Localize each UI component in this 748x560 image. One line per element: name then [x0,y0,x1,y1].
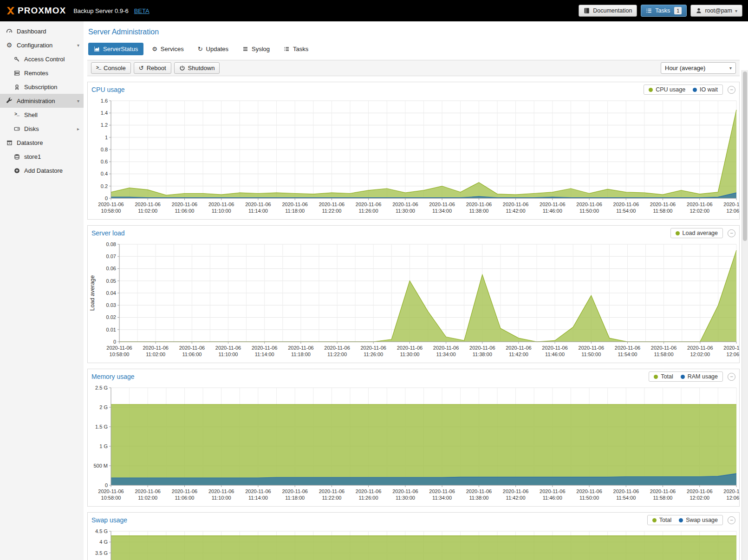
tab-label: Services [161,46,184,52]
reboot-icon: ↺ [139,65,144,72]
svg-text:0.8: 0.8 [101,147,108,152]
tab-label: Tasks [293,46,308,52]
sidebar-item-remotes[interactable]: Remotes [0,66,84,80]
sidebar-item-datastore[interactable]: Datastore [0,136,84,150]
task-list-icon [284,46,290,52]
documentation-button[interactable]: Documentation [579,5,637,17]
book-icon [584,7,590,14]
svg-text:3.5 G: 3.5 G [95,550,108,556]
sidebar-item-label: Dashboard [17,28,46,35]
sidebar-item-dashboard[interactable]: Dashboard [0,24,84,38]
svg-text:11:06:00: 11:06:00 [175,208,194,214]
legend-label: Total [661,373,673,380]
svg-text:12:02:00: 12:02:00 [689,495,709,501]
svg-text:11:02:00: 11:02:00 [138,495,157,501]
sidebar-item-administration[interactable]: Administration ▾ [0,94,84,108]
svg-text:2020-11-06: 2020-11-06 [429,488,455,494]
user-menu-button[interactable]: root@pam ▾ [690,5,742,17]
svg-text:11:18:00: 11:18:00 [285,208,305,214]
gear-icon: ⚙ [6,42,13,48]
task-list-icon [646,7,652,14]
svg-text:2020-11-06: 2020-11-06 [252,345,277,351]
beta-link[interactable]: BETA [134,7,150,14]
svg-text:0.6: 0.6 [101,159,108,164]
sidebar-item-label: Add Datastore [24,167,63,174]
console-label: Console [104,65,126,72]
scrollbar-thumb[interactable] [743,72,747,241]
caret-down-icon: ▾ [77,98,79,104]
list-icon [242,46,248,52]
sidebar-item-label: Datastore [17,139,43,146]
svg-text:11:26:00: 11:26:00 [359,208,378,214]
svg-text:12:02:00: 12:02:00 [690,352,710,357]
legend-dot [693,88,697,92]
tasks-label: Tasks [655,7,670,14]
svg-text:2020-11-06: 2020-11-06 [613,488,639,494]
sidebar-item-store1[interactable]: store1 [0,150,84,163]
svg-text:2020-11-06: 2020-11-06 [356,202,381,207]
chart-canvas: 0500 M1 G1.5 G2 G2.5 G2020-11-0610:58:00… [88,384,739,506]
chart-legend: Load average [670,228,723,238]
svg-text:1.2: 1.2 [101,122,108,128]
svg-text:11:50:00: 11:50:00 [579,208,599,214]
vertical-scrollbar[interactable] [741,70,748,560]
svg-text:2020-11-06: 2020-11-06 [135,202,160,207]
collapse-panel-button[interactable]: − [728,373,735,381]
tasks-button[interactable]: Tasks 1 [641,5,687,17]
sidebar-item-configuration[interactable]: ⚙ Configuration ▾ [0,38,84,52]
svg-text:12:06:00: 12:06:00 [727,208,739,214]
sidebar-item-subscription[interactable]: Subscription [0,80,84,94]
svg-text:11:58:00: 11:58:00 [653,208,672,214]
sidebar-item-label: Administration [17,98,55,104]
svg-text:2020-11-06: 2020-11-06 [687,488,712,494]
documentation-label: Documentation [593,7,632,14]
page-title: Server Administration [88,28,740,36]
legend-dot [652,518,657,522]
sidebar-item-shell[interactable]: >_ Shell [0,108,84,122]
circle-plus-icon [13,168,20,174]
chart-legend: TotalRAM usage [649,371,723,382]
svg-text:0: 0 [113,339,116,345]
tab-tasks[interactable]: Tasks [278,43,314,55]
shutdown-button[interactable]: Shutdown [174,62,220,74]
svg-text:2020-11-06: 2020-11-06 [392,488,418,494]
svg-text:2020-11-06: 2020-11-06 [503,488,528,494]
svg-text:11:02:00: 11:02:00 [146,352,165,357]
proxmox-logo: PROXMOX [6,6,66,16]
svg-text:2020-11-06: 2020-11-06 [143,345,168,351]
hdd-icon [13,126,20,132]
sidebar-item-label: Remotes [24,70,48,77]
svg-text:11:38:00: 11:38:00 [473,352,492,357]
svg-text:11:38:00: 11:38:00 [469,495,488,501]
swap-usage-panel: Swap usage TotalSwap usage − 0500 M1 G1.… [87,512,740,560]
console-button[interactable]: >_ Console [91,62,131,74]
collapse-panel-button[interactable]: − [728,516,735,524]
panel-title: CPU usage [91,86,125,93]
terminal-icon: >_ [13,112,20,117]
time-range-select[interactable]: Hour (average) ▾ [661,62,736,74]
svg-text:0.06: 0.06 [106,266,116,271]
ribbon-icon [13,84,20,90]
tab-updates[interactable]: ↻ Updates [192,43,234,55]
reboot-button[interactable]: ↺ Reboot [134,62,171,74]
chevron-right-icon: ▸ [77,126,79,131]
tab-services[interactable]: ⚙ Services [146,43,189,55]
user-icon [696,7,702,14]
legend-item: CPU usage [649,86,685,93]
svg-text:2020-11-06: 2020-11-06 [613,202,639,207]
svg-text:0.2: 0.2 [101,183,108,189]
svg-text:2020-11-06: 2020-11-06 [208,202,234,207]
chart-legend: CPU usageIO wait [644,85,723,95]
tab-serverstatus[interactable]: ServerStatus [88,43,143,55]
collapse-panel-button[interactable]: − [728,86,735,94]
tab-syslog[interactable]: Syslog [237,43,275,55]
svg-text:11:38:00: 11:38:00 [469,208,488,214]
collapse-panel-button[interactable]: − [728,229,735,237]
sidebar-item-disks[interactable]: Disks ▸ [0,122,84,136]
sidebar-item-access-control[interactable]: Access Control [0,52,84,66]
svg-text:2020-11-06: 2020-11-06 [469,345,495,351]
logo-wordmark: PROXMOX [18,6,66,16]
gauge-icon [6,28,13,34]
sidebar-item-add-datastore[interactable]: Add Datastore [0,163,84,177]
sidebar-item-label: store1 [24,153,41,160]
